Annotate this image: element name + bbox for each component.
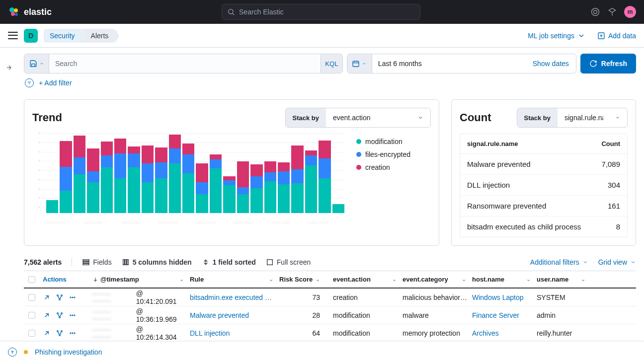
count-header-count[interactable]: Count [590, 140, 620, 147]
kql-query-bar[interactable]: Search KQL [24, 54, 343, 73]
field-sorted-button[interactable]: 1 field sorted [202, 258, 256, 266]
query-input[interactable]: Search [49, 54, 321, 73]
breadcrumb-security[interactable]: Security [44, 29, 82, 43]
refresh-button[interactable]: Refresh [580, 54, 636, 73]
row-checkbox[interactable] [24, 294, 40, 301]
global-search-input[interactable]: Search Elastic [222, 4, 420, 20]
date-quick-select[interactable] [347, 54, 372, 73]
expand-icon[interactable] [43, 329, 51, 337]
trend-bar[interactable] [264, 161, 276, 213]
trend-stackby-select[interactable]: Stack by event.action [285, 108, 431, 128]
col-user-name[interactable]: user.name⌄ [534, 276, 588, 283]
space-selector[interactable]: D [24, 29, 38, 43]
col-host-name[interactable]: host.name⌄ [469, 276, 534, 283]
query-language-button[interactable]: KQL [321, 54, 342, 73]
add-data-button[interactable]: Add data [597, 32, 636, 40]
trend-bar[interactable] [74, 136, 85, 213]
trend-bar[interactable] [278, 162, 290, 213]
chevron-down-icon [615, 115, 620, 121]
trend-bar[interactable] [210, 154, 222, 213]
cell-host[interactable]: Windows Laptop [469, 293, 534, 301]
svg-point-46 [61, 330, 63, 332]
legend-modification[interactable]: modification [356, 138, 431, 145]
trend-bar[interactable] [87, 148, 99, 213]
col-risk[interactable]: Risk Score⌄ [276, 276, 330, 283]
trend-bar[interactable] [196, 163, 208, 213]
breadcrumb-alerts[interactable]: Alerts [82, 29, 116, 43]
nav-toggle-icon[interactable] [8, 31, 18, 41]
col-event-action[interactable]: event.action⌄ [330, 276, 400, 283]
svg-line-40 [58, 314, 60, 316]
cell-rule[interactable]: DLL injection [187, 329, 276, 337]
trend-bar[interactable] [60, 141, 72, 213]
global-header: elastic Search Elastic m [0, 0, 644, 24]
cell-host[interactable]: Archives [469, 329, 534, 337]
filter-options-icon[interactable] [25, 78, 34, 87]
analyze-icon[interactable] [56, 329, 64, 337]
trend-bar[interactable] [250, 164, 262, 213]
analyze-icon[interactable] [56, 311, 64, 319]
svg-point-1 [14, 8, 18, 12]
legend-creation[interactable]: creation [356, 163, 431, 171]
cell-host[interactable]: Finance Server [469, 311, 534, 319]
date-range-picker[interactable]: Last 6 months Show dates [347, 54, 576, 73]
trend-bar[interactable] [305, 150, 317, 213]
saved-query-button[interactable] [24, 54, 49, 73]
svg-rect-23 [123, 260, 124, 265]
trend-bar[interactable] [101, 142, 113, 213]
cell-rule[interactable]: bitsadmin.exe executed as … [187, 293, 276, 301]
expand-icon[interactable] [43, 293, 51, 301]
trend-bar[interactable] [128, 146, 140, 213]
count-header-name[interactable]: signal.rule.name [467, 140, 590, 147]
add-filter-button[interactable]: + Add filter [39, 79, 72, 87]
trend-bar[interactable] [114, 139, 126, 213]
trend-bar[interactable] [182, 144, 194, 213]
newsfeed-icon[interactable] [607, 7, 617, 17]
date-range-text[interactable]: Last 6 months [372, 54, 526, 73]
svg-point-39 [59, 316, 61, 318]
show-dates-button[interactable]: Show dates [526, 54, 576, 73]
col-timestamp[interactable]: @timestamp⌄ [89, 276, 187, 283]
trend-bar[interactable] [169, 135, 181, 213]
trend-bar[interactable] [319, 141, 330, 213]
trend-bar[interactable] [46, 200, 58, 213]
count-row[interactable]: DLL injection304 [460, 174, 627, 195]
grid-view-button[interactable]: Grid view [598, 258, 636, 266]
row-checkbox[interactable] [24, 312, 40, 319]
trend-bar[interactable] [155, 147, 167, 213]
expand-icon[interactable] [43, 311, 51, 319]
fields-button[interactable]: Fields [82, 258, 111, 266]
col-event-category[interactable]: event.category⌄ [400, 276, 469, 283]
cell-rule[interactable]: Malware prevented [187, 311, 276, 319]
trend-bar[interactable] [223, 176, 235, 213]
row-checkbox[interactable] [24, 330, 40, 337]
sort-icon [202, 258, 210, 266]
elastic-logo[interactable]: elastic [8, 6, 52, 18]
trend-bar[interactable] [291, 145, 303, 213]
count-row[interactable]: Ransomware prevented161 [460, 195, 627, 216]
expand-sidebar-icon[interactable] [6, 64, 14, 72]
trend-bar[interactable] [142, 145, 154, 213]
col-rule[interactable]: Rule⌄ [187, 276, 276, 283]
count-row[interactable]: Malware prevented7,089 [460, 154, 627, 174]
more-actions-icon[interactable] [69, 293, 77, 301]
help-icon[interactable] [590, 7, 600, 17]
trend-chart: ••••••••• —— ———— ———— ———— ———— ———— ——… [32, 134, 344, 225]
trend-bar[interactable] [332, 204, 344, 213]
count-row[interactable]: bitsadm executed as child process8 [460, 216, 627, 237]
user-avatar[interactable]: m [624, 6, 636, 18]
count-stackby-select[interactable]: Stack by signal.rule.nam [517, 108, 628, 128]
ml-job-settings-button[interactable]: ML job settings [528, 32, 585, 40]
trend-bar[interactable] [237, 161, 249, 213]
columns-hidden-button[interactable]: 5 columns hidden [122, 258, 192, 266]
more-actions-icon[interactable] [69, 311, 77, 319]
legend-files-encrypted[interactable]: files-encrypted [356, 150, 431, 158]
svg-rect-13 [353, 61, 359, 67]
col-actions[interactable]: Actions [40, 276, 89, 283]
select-all-checkbox[interactable] [24, 276, 40, 283]
calendar-icon [352, 60, 360, 68]
full-screen-button[interactable]: Full screen [266, 258, 311, 266]
analyze-icon[interactable] [56, 293, 64, 301]
more-actions-icon[interactable] [69, 329, 77, 337]
additional-filters-button[interactable]: Additional filters [530, 258, 588, 266]
